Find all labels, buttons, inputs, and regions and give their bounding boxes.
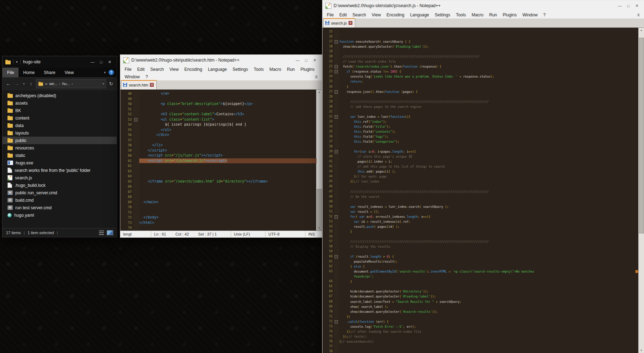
menu-item-macro[interactable]: Macro xyxy=(267,67,284,72)
code-line-52[interactable]: 52 <h3 class="content-label">Contains</h… xyxy=(120,112,316,117)
tab-search-js[interactable]: search.js ✕ xyxy=(323,18,355,27)
code-line-41[interactable]: 41 pages[i].index = i; xyxy=(323,159,639,164)
menu-overflow-close[interactable]: X xyxy=(637,13,643,17)
code-line-39[interactable]: 39− for(var i=0; i<pages.length; i++){ xyxy=(323,149,639,154)
code-line-61[interactable]: 61 <script src="/js/search.js"></script> xyxy=(120,158,316,164)
help-icon[interactable]: ? xyxy=(109,70,114,75)
menu-item-edit[interactable]: Edit xyxy=(336,12,350,17)
menu-item-macro[interactable]: Macro xyxy=(469,12,486,17)
menu-item-encoding[interactable]: Encoding xyxy=(182,67,205,72)
menu-item-plugins[interactable]: Plugins xyxy=(500,12,519,17)
code-line-35[interactable]: 35 this.field("contents"); xyxy=(323,129,639,134)
scroll-down-icon[interactable]: ▼ xyxy=(639,348,644,353)
menu-item-window[interactable]: Window xyxy=(122,74,143,79)
code-line-76[interactable]: 76}// executeSearch() xyxy=(323,339,639,344)
file-item-hugo-exe[interactable]: hugo.exe xyxy=(2,159,117,167)
file-item-hugo-yaml[interactable]: hugo.yaml xyxy=(2,211,117,219)
code-line-67[interactable]: 67 xyxy=(120,189,316,195)
menu-item-settings[interactable]: Settings xyxy=(432,12,453,17)
code-line-62[interactable]: 62 xyxy=(120,163,316,169)
tab-close-icon[interactable]: ✕ xyxy=(150,83,154,87)
code-line-72[interactable]: 72− .catch(function (err) { xyxy=(323,319,639,324)
close-icon[interactable]: ✕ xyxy=(105,60,114,64)
code-line-38[interactable]: 38 xyxy=(323,144,639,149)
file-item-resources[interactable]: resources xyxy=(2,144,117,152)
code-line-55[interactable]: 55 </ul> xyxy=(120,127,316,133)
code-line-78[interactable]: 78 xyxy=(323,349,639,353)
fold-collapse-icon[interactable]: − xyxy=(335,150,338,153)
file-item-bk[interactable]: BK xyxy=(2,107,117,114)
recent-locations-icon[interactable]: ▾ xyxy=(22,82,26,85)
menu-item-view[interactable]: View xyxy=(369,12,384,17)
file-item-static[interactable]: static xyxy=(2,152,117,159)
code-line-64[interactable]: 64 xyxy=(120,174,316,179)
scroll-down-icon[interactable]: ▼ xyxy=(316,226,322,231)
address-bar[interactable]: « we... › hu... › ▾ xyxy=(36,79,106,88)
ribbon-tab-share[interactable]: Share xyxy=(39,68,60,77)
code-line-63[interactable]: 63 document.getElementById('search-resul… xyxy=(323,269,639,274)
code-line-48[interactable]: 48 </a> xyxy=(120,91,316,96)
maximize-icon[interactable]: □ xyxy=(302,58,310,62)
code-line-37[interactable]: 37 this.field("categories"); xyxy=(323,139,639,144)
fold-collapse-icon[interactable]: − xyxy=(335,115,338,118)
code-line-72[interactable]: 72 </body> xyxy=(120,215,316,220)
code-line-61[interactable]: 61 populateResults(result); xyxy=(323,259,639,264)
menu-overflow-close[interactable]: X xyxy=(315,75,320,79)
file-item-data[interactable]: data xyxy=(2,122,117,129)
close-icon[interactable]: ✕ xyxy=(310,58,319,63)
code-line-49[interactable]: 49 xyxy=(120,96,316,102)
code-line-53[interactable]: 53 var id = result_indexes[o].ref; xyxy=(323,219,639,224)
code-editor-search-htm[interactable]: ▲ ▼ 48 </a>4950 <p class="brief-descript… xyxy=(120,90,322,231)
code-line-65[interactable]: 65 <iframe src="/search/index.htm" id="d… xyxy=(120,179,316,184)
close-icon[interactable]: ✕ xyxy=(633,4,641,8)
menu-item-run[interactable]: Run xyxy=(486,12,500,17)
code-line-44[interactable]: 44 }// for each: page xyxy=(323,174,639,179)
code-line-48[interactable]: 48 // Do the search xyxy=(323,194,639,199)
tab-close-icon[interactable]: ✕ xyxy=(349,21,352,25)
fold-collapse-icon[interactable]: − xyxy=(335,215,338,218)
code-line-26[interactable]: 26 } xyxy=(323,84,639,89)
menu-item-language[interactable]: Language xyxy=(407,12,432,17)
code-line-50[interactable]: 50 var result_indexes = lunr_index.searc… xyxy=(323,204,639,209)
code-line-32[interactable]: 32− var lunr_index = lunr(function(){ xyxy=(323,114,639,119)
code-line-74[interactable]: 74 });// after loading the search-index … xyxy=(323,329,639,334)
code-line-54[interactable]: 54 ${ isset pairings }${pairings}${ end … xyxy=(120,122,316,127)
file-item-search-js[interactable]: search.js xyxy=(2,174,117,181)
menu-item-settings[interactable]: Settings xyxy=(230,67,251,72)
fold-collapse-icon[interactable]: − xyxy=(335,255,338,258)
ribbon-tab-file[interactable]: File xyxy=(2,68,19,77)
fold-collapse-icon[interactable]: − xyxy=(335,90,338,94)
menu-item-language[interactable]: Language xyxy=(205,67,230,72)
code-line-60[interactable]: 60 <script src="/js/lunr.js"></script> xyxy=(120,153,316,158)
code-line-53[interactable]: 53− <ul class="content-list"> xyxy=(120,117,316,122)
code-line-47[interactable]: 47 /////////////////////////////////////… xyxy=(323,189,639,194)
fold-collapse-icon[interactable]: − xyxy=(335,320,338,323)
code-line-18[interactable]: 18 show(document.querySelector('#loading… xyxy=(323,44,639,49)
code-line-74[interactable]: 74 xyxy=(120,225,316,231)
up-icon[interactable]: ↑ xyxy=(27,81,35,86)
thumbnail-view-icon[interactable] xyxy=(107,230,113,235)
fold-collapse-icon[interactable]: − xyxy=(134,118,137,121)
code-line-17[interactable]: 17−function executeSearch( searchQuery )… xyxy=(323,39,639,44)
file-item-public-run-server-cmd[interactable]: public run_server.cmd xyxy=(2,189,117,196)
file-item-layouts[interactable]: layouts xyxy=(2,129,117,137)
code-line-51[interactable]: 51 var result = []; xyxy=(323,209,639,214)
code-line-67[interactable]: 67 hide(document.querySelector('#loading… xyxy=(323,294,639,299)
ribbon-tab-home[interactable]: Home xyxy=(19,68,39,77)
code-line-66[interactable]: 66 hide(document.querySelector('#directo… xyxy=(323,289,639,294)
minimize-icon[interactable]: — xyxy=(616,4,624,8)
code-line-66[interactable]: 66 xyxy=(120,184,316,189)
code-line-28[interactable]: 28 xyxy=(323,94,639,99)
breadcrumb-segment[interactable]: hu... xyxy=(62,81,70,86)
menu-item-help[interactable]: ? xyxy=(143,74,151,79)
file-item-archetypes-disabled-[interactable]: archetypes (disabled) xyxy=(2,92,117,99)
code-line-24[interactable]: 24 console.log('Looks like there was a p… xyxy=(323,74,639,79)
menu-item-file[interactable]: File xyxy=(122,67,134,72)
breadcrumb-overflow[interactable]: « xyxy=(45,81,47,86)
fold-collapse-icon[interactable]: − xyxy=(335,65,338,68)
code-line-46[interactable]: 46 xyxy=(323,184,639,189)
code-line-49[interactable]: 49 xyxy=(323,199,639,204)
menu-item-help[interactable]: ? xyxy=(540,12,549,17)
ribbon-expand-icon[interactable]: ▾ xyxy=(101,68,109,77)
menu-item-tools[interactable]: Tools xyxy=(251,67,267,72)
